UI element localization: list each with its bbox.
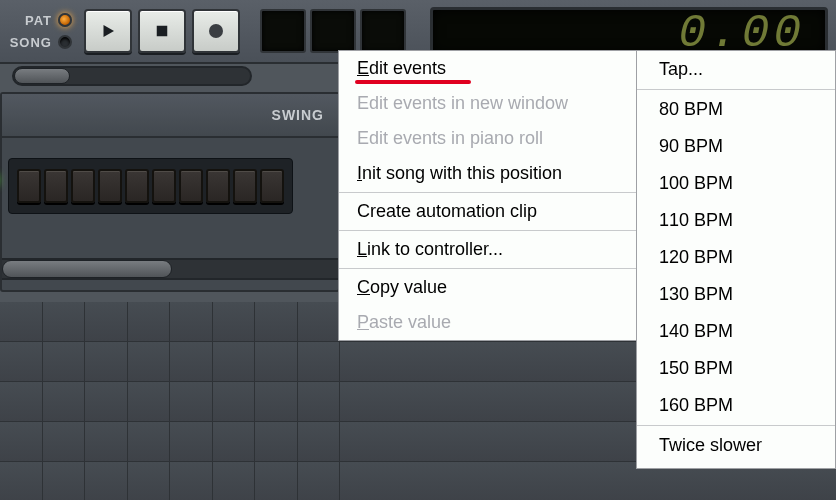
panel-hscroll[interactable] [2, 258, 338, 280]
menu-separator [339, 268, 637, 269]
channel-rack-panel: SWING [0, 92, 340, 292]
submenu-bpm-item[interactable]: 160 BPM [637, 387, 835, 424]
menu-separator [637, 425, 835, 426]
step-button[interactable] [71, 169, 95, 203]
submenu-tap[interactable]: Tap... [637, 51, 835, 88]
menu-edit-events[interactable]: Edit events [339, 51, 637, 86]
menu-edit-events-new-window: Edit events in new window [339, 86, 637, 121]
mini-lcd-2[interactable] [310, 9, 356, 53]
step-button[interactable] [206, 169, 230, 203]
bpm-submenu: Tap... 80 BPM 90 BPM 100 BPM 110 BPM 120… [636, 50, 836, 469]
menu-link-to-controller[interactable]: Link to controller... [339, 232, 637, 267]
mini-lcd-1[interactable] [260, 9, 306, 53]
channel-rack-header: SWING [2, 94, 338, 138]
play-icon [99, 22, 117, 40]
step-button[interactable] [260, 169, 284, 203]
stop-icon [153, 22, 171, 40]
submenu-bpm-item[interactable]: 130 BPM [637, 276, 835, 313]
mode-song-label: SONG [8, 35, 52, 50]
submenu-bpm-item[interactable]: 100 BPM [637, 165, 835, 202]
submenu-twice-slower[interactable]: Twice slower [637, 427, 835, 464]
menu-paste-value: Paste value [339, 305, 637, 340]
menu-separator [637, 89, 835, 90]
step-button[interactable] [125, 169, 149, 203]
stop-button[interactable] [138, 9, 186, 53]
step-row [8, 158, 293, 214]
submenu-bpm-item[interactable]: 90 BPM [637, 128, 835, 165]
submenu-bpm-item[interactable]: 120 BPM [637, 239, 835, 276]
play-button[interactable] [84, 9, 132, 53]
highlight-underline [355, 80, 471, 84]
step-button[interactable] [98, 169, 122, 203]
top-hslider-thumb[interactable] [14, 68, 70, 84]
menu-copy-value[interactable]: Copy value [339, 270, 637, 305]
record-icon [209, 24, 223, 38]
tempo-lcd[interactable]: 0.00 [430, 7, 828, 55]
submenu-bpm-item[interactable]: 110 BPM [637, 202, 835, 239]
step-button[interactable] [44, 169, 68, 203]
menu-separator [339, 192, 637, 193]
mode-pat-radio[interactable] [58, 13, 72, 27]
mini-lcd-3[interactable] [360, 9, 406, 53]
step-button[interactable] [233, 169, 257, 203]
context-menu: Edit events Edit events in new window Ed… [338, 50, 638, 341]
record-button[interactable] [192, 9, 240, 53]
mini-lcd-group [260, 9, 406, 53]
step-button[interactable] [179, 169, 203, 203]
menu-init-song[interactable]: Init song with this position [339, 156, 637, 191]
mode-pat-label: PAT [8, 13, 52, 28]
step-button[interactable] [17, 169, 41, 203]
submenu-bpm-item[interactable]: 150 BPM [637, 350, 835, 387]
top-hslider[interactable] [12, 66, 252, 86]
menu-separator [339, 230, 637, 231]
transport-controls [84, 9, 240, 53]
panel-hscroll-thumb[interactable] [2, 260, 172, 278]
mode-toggle: PAT SONG [8, 10, 72, 52]
menu-create-automation-clip[interactable]: Create automation clip [339, 194, 637, 229]
swing-label: SWING [272, 107, 324, 123]
step-button[interactable] [152, 169, 176, 203]
svg-rect-0 [157, 26, 168, 37]
submenu-bpm-item[interactable]: 140 BPM [637, 313, 835, 350]
menu-edit-events-piano-roll: Edit events in piano roll [339, 121, 637, 156]
submenu-bpm-item[interactable]: 80 BPM [637, 91, 835, 128]
mode-song-radio[interactable] [58, 35, 72, 49]
